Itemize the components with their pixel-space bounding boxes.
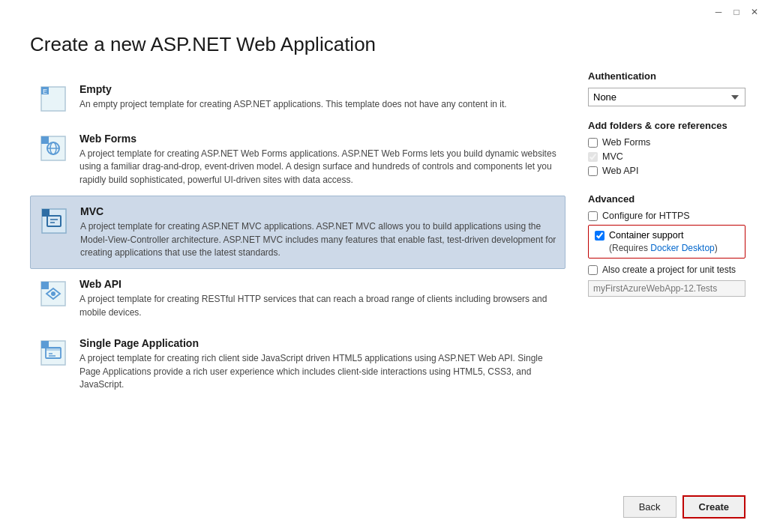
bottom-bar: Back Create	[0, 485, 768, 532]
template-item-empty[interactable]: E Empty An empty project template for cr…	[30, 74, 566, 124]
configure-https-label: Configure for HTTPS	[602, 211, 690, 221]
template-desc-webapi: A project template for creating RESTful …	[80, 293, 558, 319]
folder-webapi-item: Web API	[588, 166, 746, 176]
authentication-section: Authentication None Individual User Acco…	[588, 70, 746, 106]
webapi-template-icon	[38, 278, 69, 309]
folders-section: Add folders & core references Web Forms …	[588, 120, 746, 180]
folder-webapi-checkbox[interactable]	[588, 166, 598, 176]
container-support-box: Container support (Requires Docker Deskt…	[588, 225, 746, 259]
svg-rect-19	[46, 348, 61, 351]
template-item-spa[interactable]: Single Page Application A project templa…	[30, 328, 566, 400]
template-desc-webforms: A project template for creating ASP.NET …	[80, 148, 558, 187]
spa-template-icon	[38, 337, 69, 369]
template-name-webforms: Web Forms	[80, 133, 558, 145]
svg-rect-4	[41, 136, 49, 144]
left-panel: Create a new ASP.NET Web Application E E…	[30, 33, 566, 470]
folder-mvc-checkbox[interactable]	[588, 152, 598, 162]
mvc-template-icon	[38, 205, 70, 237]
template-name-webapi: Web API	[80, 278, 558, 290]
unit-test-project-name-input[interactable]	[588, 280, 746, 297]
unit-test-checkbox[interactable]	[588, 265, 598, 275]
create-button[interactable]: Create	[682, 495, 746, 519]
close-button[interactable]: ✕	[748, 6, 760, 18]
folder-webforms-label: Web Forms	[602, 137, 650, 148]
restore-button[interactable]: □	[730, 6, 742, 18]
authentication-label: Authentication	[588, 70, 746, 82]
template-desc-mvc: A project template for creating ASP.NET …	[80, 220, 557, 259]
back-button[interactable]: Back	[623, 496, 676, 518]
svg-point-15	[51, 291, 56, 296]
https-item: Configure for HTTPS	[588, 211, 746, 221]
webforms-template-icon	[38, 133, 69, 164]
svg-rect-14	[41, 282, 49, 289]
dialog-window: ─ □ ✕ Create a new ASP.NET Web Applicati…	[0, 0, 768, 532]
configure-https-checkbox[interactable]	[588, 211, 598, 221]
main-content: Create a new ASP.NET Web Application E E…	[0, 18, 768, 485]
template-name-mvc: MVC	[80, 205, 557, 217]
folder-webforms-item: Web Forms	[588, 137, 746, 148]
template-item-mvc[interactable]: MVC A project template for creating ASP.…	[30, 196, 566, 269]
template-desc-empty: An empty project template for creating A…	[80, 98, 558, 111]
minimize-button[interactable]: ─	[712, 6, 724, 18]
advanced-label: Advanced	[588, 193, 746, 205]
template-desc-spa: A project template for creating rich cli…	[80, 352, 558, 391]
folder-webforms-checkbox[interactable]	[588, 138, 598, 148]
folder-mvc-label: MVC	[602, 151, 623, 162]
template-item-webapi[interactable]: Web API A project template for creating …	[30, 269, 566, 328]
template-list: E Empty An empty project template for cr…	[30, 74, 566, 400]
docker-desktop-link[interactable]: Docker Desktop	[650, 243, 714, 253]
right-panel: Authentication None Individual User Acco…	[588, 33, 746, 470]
container-support-checkbox[interactable]	[595, 231, 604, 241]
title-bar: ─ □ ✕	[0, 0, 768, 18]
advanced-section: Advanced Configure for HTTPS Container s…	[588, 193, 746, 297]
empty-template-icon: E	[38, 83, 69, 115]
folder-webapi-label: Web API	[602, 166, 638, 176]
svg-text:E: E	[43, 88, 47, 95]
unit-test-label: Also create a project for unit tests	[602, 265, 736, 276]
page-title: Create a new ASP.NET Web Application	[30, 33, 566, 56]
template-item-webforms[interactable]: Web Forms A project template for creatin…	[30, 124, 566, 196]
folder-mvc-item: MVC	[588, 151, 746, 162]
container-support-row: Container support	[595, 230, 739, 241]
unit-test-item: Also create a project for unit tests	[588, 265, 746, 276]
template-name-empty: Empty	[80, 83, 558, 95]
template-name-spa: Single Page Application	[80, 337, 558, 349]
authentication-select[interactable]: None Individual User Accounts Work or Sc…	[588, 88, 746, 106]
folders-label: Add folders & core references	[588, 120, 746, 131]
requires-docker-text: (Requires Docker Desktop)	[595, 243, 739, 253]
container-support-label: Container support	[609, 230, 683, 241]
